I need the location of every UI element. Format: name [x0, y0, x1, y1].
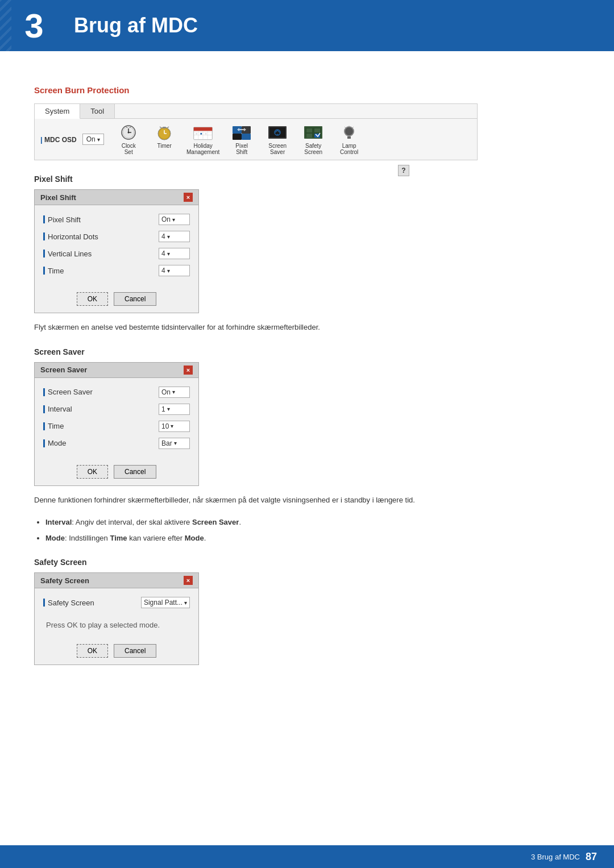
svg-line-41 [345, 127, 346, 128]
safety-screen-footer: OK Cancel [35, 639, 198, 665]
footer-page: 87 [586, 851, 597, 863]
screen-saver-label1: Screen [268, 143, 287, 149]
svg-line-42 [352, 127, 354, 128]
toolbar-panel: System Tool | MDC OSD On ▾ [34, 103, 478, 160]
help-button[interactable]: ? [398, 165, 409, 176]
pixel-shift-dialog: Pixel Shift × Pixel Shift On ▾ Horizonta… [34, 189, 199, 313]
svg-line-13 [167, 127, 169, 128]
safety-screen-note: Press OK to play a selected mode. [43, 614, 190, 634]
chevron-down-icon: ▾ [172, 217, 175, 223]
chevron-down-icon: ▾ [167, 406, 170, 412]
mode-term: Mode [45, 534, 65, 542]
dialog-row-time: Time 4 ▾ [43, 265, 190, 276]
row-indicator [43, 250, 45, 258]
dialog-row-interval: Interval 1 ▾ [43, 404, 190, 415]
dropdown-arrow-icon: ▾ [97, 136, 100, 143]
dialog-row-screen-saver: Screen Saver On ▾ [43, 387, 190, 398]
interval-dropdown[interactable]: 1 ▾ [159, 404, 190, 415]
page-title: Brug af MDC [74, 14, 198, 38]
pixel-shift-value-dropdown[interactable]: On ▾ [159, 214, 190, 225]
toolbar-item-safety-screen[interactable]: Safety Screen [298, 123, 329, 155]
toolbar-item-pixel-shift[interactable]: Pixel Shift [226, 123, 258, 155]
row-indicator [43, 267, 45, 275]
screen-saver-section-title: Screen Saver [34, 347, 580, 356]
pixel-shift-cancel-button[interactable]: Cancel [114, 292, 156, 306]
screen-saver-description: Denne funktionen forhindrer skærmefterbi… [34, 495, 580, 506]
holiday-icon [192, 123, 214, 142]
chevron-down-icon: ▾ [167, 251, 170, 257]
section-title-burn: Screen Burn Protection [34, 85, 580, 95]
chevron-down-icon: ▾ [167, 268, 170, 274]
safety-screen-close-button[interactable]: × [184, 576, 193, 585]
chapter-number: 3 [11, 0, 57, 51]
svg-point-4 [128, 132, 130, 134]
mdc-osd-dropdown[interactable]: On ▾ [82, 134, 104, 145]
toolbar-item-screen-saver[interactable]: Screen Saver [262, 123, 293, 155]
footer: 3 Brug af MDC 87 [0, 845, 614, 868]
chevron-down-icon: ▾ [172, 389, 175, 395]
pixel-shift-body: Pixel Shift On ▾ Horizontal Dots 4 ▾ [35, 205, 198, 288]
pixel-shift-close-button[interactable]: × [184, 193, 193, 202]
chevron-down-icon: ▾ [167, 234, 170, 240]
clock-set-icon [118, 123, 139, 142]
safety-screen-ok-button[interactable]: OK [77, 644, 108, 658]
chevron-down-icon: ▾ [171, 423, 173, 429]
bullet-interval: Interval: Angiv det interval, der skal a… [45, 517, 580, 528]
toolbar-item-timer[interactable]: Timer [149, 123, 180, 155]
svg-rect-21 [196, 133, 198, 135]
safety-screen-label1: Safety [305, 143, 321, 149]
pixel-shift-label1: Pixel [235, 143, 248, 149]
chevron-down-icon: ▾ [174, 440, 177, 446]
safety-screen-cancel-button[interactable]: Cancel [114, 644, 156, 658]
pixel-shift-icon [231, 123, 252, 142]
svg-rect-34 [314, 128, 320, 132]
horizontal-dots-dropdown[interactable]: 4 ▾ [159, 231, 190, 242]
time-ss-dropdown[interactable]: 10 ▾ [159, 421, 190, 432]
toolbar-items: Clock Set [113, 123, 365, 155]
tab-tool[interactable]: Tool [80, 104, 115, 118]
svg-rect-26 [233, 134, 242, 140]
safety-screen-icon [302, 123, 324, 142]
svg-rect-29 [269, 127, 285, 138]
screen-saver-ok-button[interactable]: OK [77, 465, 108, 479]
toolbar-item-clock-set[interactable]: Clock Set [113, 123, 144, 155]
screen-saver-dialog: Screen Saver × Screen Saver On ▾ Interva… [34, 362, 199, 486]
main-content: Screen Burn Protection System Tool | MDC… [0, 51, 614, 708]
lamp-control-label1: Lamp [342, 143, 356, 149]
row-indicator [43, 422, 45, 430]
svg-rect-35 [306, 134, 312, 138]
dialog-row-mode: Mode Bar ▾ [43, 438, 190, 449]
timer-icon [154, 123, 175, 142]
mdc-osd-label: | MDC OSD [40, 135, 77, 144]
tab-system[interactable]: System [35, 104, 80, 119]
screen-saver-icon [267, 123, 288, 142]
footer-text: 3 Brug af MDC [531, 853, 580, 861]
svg-rect-33 [306, 128, 312, 132]
clock-set-label: Clock [122, 143, 136, 149]
svg-line-12 [160, 127, 161, 128]
safety-screen-value-dropdown[interactable]: Signal Patt... ▾ [141, 597, 190, 608]
safety-screen-titlebar: Safety Screen × [35, 573, 198, 588]
time-dropdown[interactable]: 4 ▾ [159, 265, 190, 276]
pixel-shift-ok-button[interactable]: OK [77, 292, 108, 306]
dialog-row-horizontal-dots: Horizontal Dots 4 ▾ [43, 231, 190, 242]
bullet-mode: Mode: Indstillingen Time kan variere eft… [45, 533, 580, 544]
toolbar-item-lamp-control[interactable]: Lamp Control [334, 123, 365, 155]
dialog-row-time-ss: Time 10 ▾ [43, 421, 190, 432]
screen-saver-close-button[interactable]: × [184, 366, 193, 375]
screen-saver-body: Screen Saver On ▾ Interval 1 ▾ [35, 378, 198, 460]
row-indicator [43, 388, 45, 396]
svg-rect-27 [242, 134, 251, 140]
vertical-lines-dropdown[interactable]: 4 ▾ [159, 248, 190, 259]
toolbar-tabs: System Tool [35, 104, 477, 119]
pixel-shift-titlebar: Pixel Shift × [35, 190, 198, 205]
screen-saver-footer: OK Cancel [35, 460, 198, 485]
screen-saver-value-dropdown[interactable]: On ▾ [159, 387, 190, 398]
dialog-row-vertical-lines: Vertical Lines 4 ▾ [43, 248, 190, 259]
toolbar-item-holiday[interactable]: Holiday Management [185, 123, 222, 155]
screen-saver-cancel-button[interactable]: Cancel [114, 465, 156, 479]
svg-rect-15 [194, 127, 213, 131]
mode-dropdown[interactable]: Bar ▾ [159, 438, 190, 449]
timer-label: Timer [157, 143, 172, 149]
svg-rect-11 [163, 127, 166, 128]
